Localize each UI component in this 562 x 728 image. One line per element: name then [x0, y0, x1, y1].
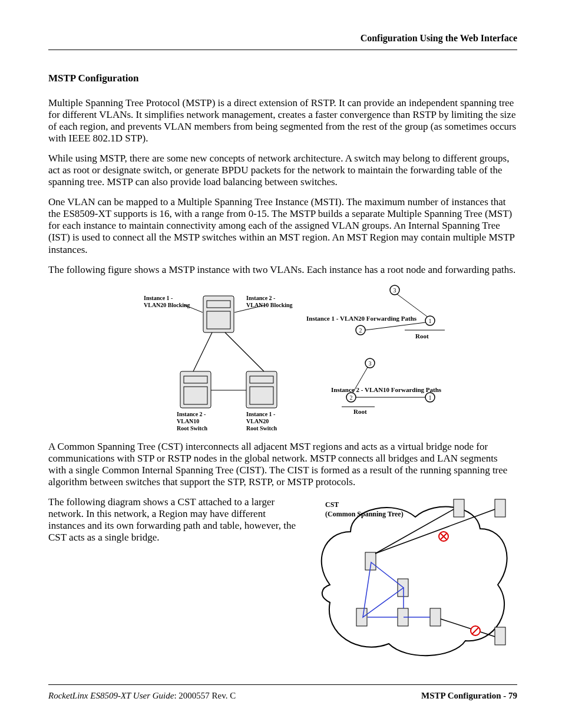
fig2-title: CST [325, 501, 339, 509]
switch-icon [246, 371, 277, 408]
figure-2: CST (Common Spanning Tree) [318, 496, 513, 658]
svg-text:3: 3 [394, 287, 396, 294]
svg-line-9 [193, 332, 212, 371]
svg-text:2: 2 [359, 327, 362, 334]
switch-icon [495, 627, 505, 645]
paragraph-1: Multiple Spanning Tree Protocol (MSTP) i… [48, 97, 517, 144]
two-column-block: The following diagram shows a CST attach… [48, 496, 517, 658]
switch-icon [430, 608, 441, 626]
section-heading: MSTP Configuration [48, 73, 517, 84]
svg-line-21 [365, 322, 425, 330]
svg-line-10 [225, 332, 264, 371]
svg-line-46 [441, 619, 495, 637]
svg-rect-33 [495, 499, 505, 517]
switch-icon [454, 499, 464, 517]
running-header-text: Configuration Using the Web Interface [361, 33, 517, 43]
fig1-root-2: Root [353, 408, 367, 415]
fig1-label-inst2-root: Instance 2 - VLAN10 Root Switch [177, 411, 207, 432]
svg-rect-7 [250, 376, 273, 383]
switch-icon [495, 499, 505, 517]
fig1-root-1: Root [415, 332, 429, 340]
figure-2-svg [318, 496, 513, 658]
svg-rect-8 [250, 387, 273, 404]
fig2-sub: (Common Spanning Tree) [325, 510, 404, 519]
svg-rect-2 [207, 311, 230, 329]
footer-doc-rev: : 2000557 Rev. C [174, 691, 236, 700]
switch-icon [356, 608, 367, 626]
svg-rect-37 [356, 608, 367, 626]
blocked-icon [439, 532, 448, 541]
blocked-icon [471, 626, 480, 635]
figure-1: 3 1 2 3 1 2 [48, 284, 517, 434]
svg-text:1: 1 [429, 318, 432, 324]
svg-rect-5 [184, 387, 207, 404]
svg-rect-34 [495, 627, 505, 645]
svg-text:3: 3 [369, 360, 372, 367]
svg-rect-32 [454, 499, 464, 517]
instance-2-diagram: 3 1 2 [342, 358, 435, 407]
footer-left: RocketLinx ES8509-XT User Guide: 2000557… [48, 691, 236, 701]
page-footer: RocketLinx ES8509-XT User Guide: 2000557… [48, 684, 517, 701]
fig1-label-inst1-block: Instance 1 - VLAN20 Blocking [144, 295, 190, 309]
svg-text:2: 2 [350, 394, 353, 401]
fig1-caption-2: Instance 2 - VLAN10 Forwarding Paths [331, 386, 441, 393]
heading-text: MSTP Configuration [48, 73, 139, 84]
svg-rect-1 [207, 301, 230, 308]
svg-text:1: 1 [429, 394, 432, 401]
instance-1-diagram: 3 1 2 [356, 285, 445, 335]
fig1-label-inst2-block: Instance 2 - VLAN10 Blocking [246, 295, 293, 309]
paragraph-2: While using MSTP, there are some new con… [48, 153, 517, 188]
svg-rect-4 [184, 376, 207, 383]
paragraph-4: The following figure shows a MSTP instan… [48, 264, 517, 276]
running-header: Configuration Using the Web Interface [48, 33, 517, 50]
switch-icon [203, 296, 234, 332]
svg-rect-39 [430, 608, 441, 626]
footer-right: MSTP Configuration - 79 [421, 691, 517, 701]
svg-line-20 [397, 294, 427, 317]
paragraph-6: The following diagram shows a CST attach… [48, 496, 302, 543]
switch-icon [180, 371, 211, 408]
fig1-caption-1: Instance 1 - VLAN20 Forwarding Paths [306, 315, 416, 322]
paragraph-3: One VLAN can be mapped to a Multiple Spa… [48, 196, 517, 255]
fig1-label-inst1-root: Instance 1 - VLAN20 Root Switch [246, 411, 277, 432]
footer-doc-title: RocketLinx ES8509-XT User Guide [48, 691, 174, 700]
page: Configuration Using the Web Interface MS… [0, 0, 562, 728]
paragraph-5: A Common Spanning Tree (CST) interconnec… [48, 441, 517, 488]
